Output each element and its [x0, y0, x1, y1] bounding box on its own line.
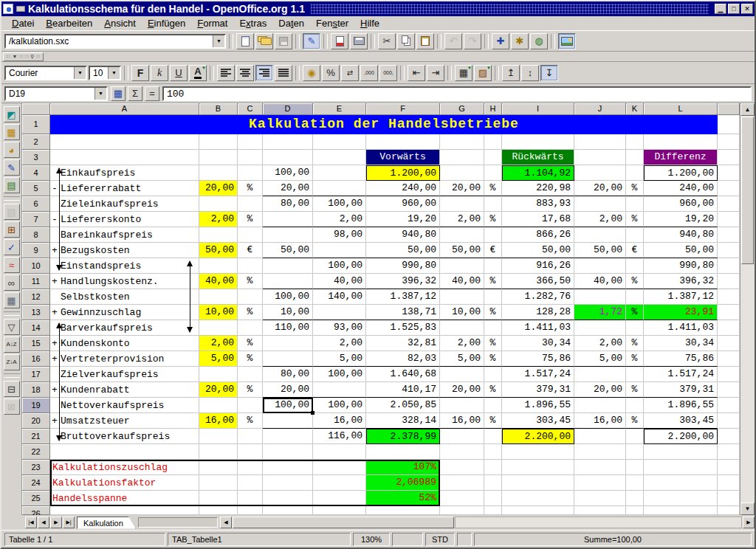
cell-K19[interactable] — [626, 398, 644, 413]
cell-J14[interactable] — [574, 320, 626, 336]
cell-C11[interactable]: % — [238, 274, 263, 289]
cell-L4[interactable]: 1.200,00 — [644, 165, 718, 181]
cell-M15[interactable] — [718, 336, 740, 351]
url-dropdown-icon[interactable]: ▼ — [213, 35, 224, 47]
cell-H19[interactable] — [484, 398, 502, 413]
cell-G7[interactable]: 2,00 — [440, 212, 484, 227]
cell-L2[interactable] — [644, 134, 718, 150]
row-header-23[interactable]: 23 — [22, 460, 50, 475]
cell-I23[interactable] — [502, 460, 574, 475]
align-right-button[interactable] — [255, 65, 273, 81]
cell-A4[interactable]: Einkaufspreis — [50, 165, 199, 181]
cell-A10[interactable]: Einstandspreis — [50, 258, 199, 274]
cell-B3[interactable] — [199, 150, 238, 165]
vertical-scroll-thumb[interactable] — [741, 117, 754, 264]
cell-K25[interactable] — [626, 491, 644, 506]
horizontal-scroll-thumb[interactable] — [233, 517, 454, 528]
cell-D16[interactable] — [263, 351, 313, 367]
row-header-3[interactable]: 3 — [22, 150, 50, 165]
cell-A7[interactable]: -Liefererskonto — [50, 212, 199, 227]
cell-K7[interactable]: % — [626, 212, 644, 227]
cell-C8[interactable] — [238, 227, 263, 243]
row-header-14[interactable]: 14 — [22, 320, 50, 336]
bold-button[interactable]: F — [131, 65, 149, 81]
cell-D12[interactable]: 100,00 — [263, 289, 313, 305]
stylist-button[interactable]: ✱ — [511, 33, 529, 49]
cell-L19[interactable]: 1.896,55 — [644, 398, 718, 413]
increase-indent-button[interactable]: ⇥ — [427, 65, 444, 81]
cell-K16[interactable]: % — [626, 351, 644, 367]
cell-F13[interactable]: 138,71 — [366, 305, 440, 320]
cell-A11[interactable]: +Handlungskostenz. — [50, 274, 199, 289]
cell-E13[interactable] — [313, 305, 366, 320]
vertical-scroll-track[interactable] — [740, 265, 755, 503]
cell-M22[interactable] — [718, 444, 740, 460]
cell-G18[interactable]: 20,00 — [440, 382, 484, 398]
cell-K10[interactable] — [626, 258, 644, 274]
cell-A18[interactable]: +Kundenrabatt — [50, 382, 199, 398]
row-header-6[interactable]: 6 — [22, 196, 50, 212]
cell-I15[interactable]: 30,34 — [502, 336, 574, 351]
cell-M24[interactable] — [718, 475, 740, 491]
cell-J22[interactable] — [574, 444, 626, 460]
cell-F21[interactable]: 2.378,99 — [366, 429, 440, 444]
formula-input[interactable]: 100 — [162, 86, 752, 101]
cell-M7[interactable] — [718, 212, 740, 227]
cell-J7[interactable]: 2,00 — [574, 212, 626, 227]
menu-daten[interactable]: Daten — [272, 16, 310, 30]
cell-F14[interactable]: 1.525,83 — [366, 320, 440, 336]
autofilter-button[interactable]: ▽ — [4, 319, 20, 335]
cell-H22[interactable] — [484, 444, 502, 460]
navigator-button[interactable]: ✚ — [492, 33, 509, 49]
cell-H23[interactable] — [484, 460, 502, 475]
cell-D21[interactable] — [263, 429, 313, 444]
cell-I26[interactable] — [502, 506, 574, 515]
next-sheet-button[interactable]: ▶ — [50, 517, 62, 528]
cell-J9[interactable]: 50,00 — [574, 243, 626, 258]
cell-G25[interactable] — [440, 491, 484, 506]
cell-E26[interactable] — [313, 506, 366, 515]
status-insert-mode[interactable] — [392, 533, 423, 546]
sort-ascending-button[interactable]: A↓Z — [4, 336, 20, 353]
column-header-h[interactable]: H — [484, 103, 502, 115]
cell-G22[interactable] — [440, 444, 484, 460]
cell-E11[interactable]: 40,00 — [313, 274, 366, 289]
cell-G20[interactable]: 16,00 — [440, 413, 484, 429]
horizontal-scroll-track[interactable] — [455, 517, 742, 528]
cell-M13[interactable] — [718, 305, 740, 320]
background-color-button[interactable]: ▨▼ — [474, 65, 492, 81]
cell-K11[interactable]: % — [626, 274, 644, 289]
cell-G17[interactable] — [440, 367, 484, 382]
cell-I12[interactable]: 1.282,76 — [502, 289, 574, 305]
row-header-4[interactable]: 4 — [22, 165, 50, 181]
column-header-k[interactable]: K — [626, 103, 644, 115]
cell-L14[interactable]: 1.411,03 — [644, 320, 718, 336]
cell-F2[interactable] — [366, 134, 440, 150]
cell-K15[interactable]: % — [626, 336, 644, 351]
cell-B6[interactable] — [199, 196, 238, 212]
status-selection-mode[interactable]: STD — [425, 533, 455, 546]
cell-C10[interactable] — [238, 258, 263, 274]
cell-A6[interactable]: Zieleinkaufspreis — [50, 196, 199, 212]
row-header-19[interactable]: 19 — [22, 398, 50, 413]
menu-einfügen[interactable]: Einfügen — [142, 16, 191, 30]
cell-J17[interactable] — [574, 367, 626, 382]
column-header-d[interactable]: D — [263, 103, 313, 115]
cell-M1[interactable] — [718, 115, 740, 134]
cell-J21[interactable] — [574, 429, 626, 444]
cell-M26[interactable] — [718, 506, 740, 515]
first-sheet-button[interactable]: |◀ — [25, 517, 37, 528]
cell-B26[interactable] — [199, 506, 238, 515]
cell-J24[interactable] — [574, 475, 626, 491]
cell-L6[interactable]: 960,00 — [644, 196, 718, 212]
cell-E6[interactable]: 100,00 — [313, 196, 366, 212]
cell-H10[interactable] — [484, 258, 502, 274]
row-header-7[interactable]: 7 — [22, 212, 50, 227]
new-document-button[interactable] — [236, 33, 254, 49]
cut-button[interactable]: ✂ — [378, 33, 396, 49]
sheet-title-cell[interactable]: Kalkulation der Handelsbetriebe — [50, 115, 718, 134]
cell-G4[interactable] — [440, 165, 484, 181]
cell-C16[interactable]: % — [238, 351, 263, 367]
cell-I9[interactable]: 50,00 — [502, 243, 574, 258]
cell-E7[interactable]: 2,00 — [313, 212, 366, 227]
